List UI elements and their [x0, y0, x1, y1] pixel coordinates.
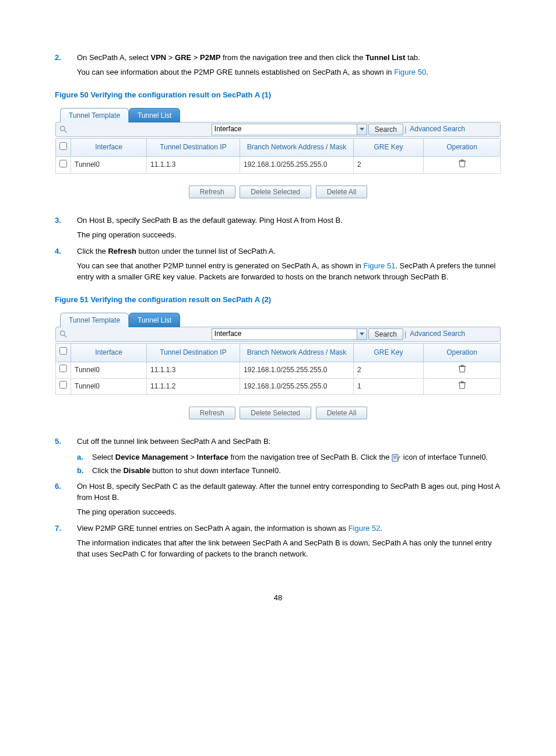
row-checkbox[interactable]: [59, 365, 67, 372]
figure-51: Tunnel Template Tunnel List Interface Se…: [55, 312, 501, 428]
tunnel-table: Interface Tunnel Destination IP Branch N…: [55, 343, 501, 395]
delete-all-button[interactable]: Delete All: [316, 186, 368, 198]
edit-icon: [392, 454, 401, 462]
figure-link[interactable]: Figure 50: [394, 68, 426, 76]
table-row: Tunnel0 11.1.1.3 192.168.1.0/255.255.255…: [56, 157, 501, 173]
text-bold: P2MP: [200, 53, 220, 62]
text: On SecPath A, select: [77, 53, 150, 62]
text: .: [381, 524, 383, 533]
dropdown-button[interactable]: [357, 124, 367, 135]
text-bold: Disable: [123, 466, 150, 475]
delete-selected-button[interactable]: Delete Selected: [240, 186, 311, 198]
cell-gre-key: 2: [354, 157, 424, 173]
search-bar: Interface Search | Advanced Search: [55, 327, 501, 342]
step-body: Cut off the tunnel link between SecPath …: [77, 436, 501, 479]
text-bold: VPN: [150, 53, 166, 62]
header-interface: Interface: [71, 344, 147, 362]
step-body: On SecPath A, select VPN > GRE > P2MP fr…: [77, 52, 501, 82]
dropdown-button[interactable]: [357, 328, 367, 340]
advanced-search-link[interactable]: Advanced Search: [410, 124, 465, 134]
step-body: On Host B, specify SecPath B as the defa…: [77, 215, 501, 244]
tab-tunnel-list[interactable]: Tunnel List: [129, 313, 180, 327]
tab-tunnel-list[interactable]: Tunnel List: [129, 108, 180, 123]
search-button[interactable]: Search: [368, 328, 403, 340]
refresh-button[interactable]: Refresh: [189, 407, 235, 419]
search-button[interactable]: Search: [368, 124, 403, 135]
text: Select: [92, 453, 115, 461]
text: >: [166, 53, 175, 62]
svg-point-2: [60, 331, 65, 335]
text: from the navigation tree and then click …: [220, 53, 365, 62]
chevron-down-icon: [360, 128, 364, 131]
button-row: Refresh Delete Selected Delete All: [55, 186, 501, 198]
row-checkbox[interactable]: [59, 381, 67, 388]
text: Click the: [92, 466, 123, 475]
cell-dest-ip: 11.1.1.3: [147, 157, 240, 173]
figure-caption: Figure 50 Verifying the configuration re…: [55, 90, 501, 101]
header-gre-key: GRE Key: [354, 138, 424, 156]
substep-body: Select Device Management > Interface fro…: [92, 452, 488, 463]
text: The ping operation succeeds.: [77, 230, 501, 241]
substep-b: b. Click the Disable button to shut down…: [77, 466, 501, 477]
header-branch: Branch Network Address / Mask: [240, 138, 354, 156]
header-gre-key: GRE Key: [354, 344, 424, 362]
delete-all-button[interactable]: Delete All: [316, 407, 368, 419]
header-checkbox: [56, 138, 71, 156]
step-number: 7.: [55, 523, 77, 564]
step-3: 3. On Host B, specify SecPath B as the d…: [55, 215, 501, 244]
tab-tunnel-template[interactable]: Tunnel Template: [60, 108, 129, 123]
search-field[interactable]: Interface: [212, 124, 357, 135]
cell-dest-ip: 11.1.1.2: [147, 378, 240, 394]
trash-icon[interactable]: [458, 365, 466, 373]
step-7: 7. View P2MP GRE tunnel entries on SecPa…: [55, 523, 501, 564]
cell-branch: 192.168.1.0/255.255.255.0: [240, 157, 354, 173]
step-body: On Host B, specify SecPath C as the defa…: [77, 481, 501, 522]
step-number: 4.: [55, 246, 77, 286]
svg-rect-4: [392, 454, 398, 461]
text: The ping operation succeeds.: [77, 507, 501, 518]
search-field[interactable]: Interface: [212, 328, 357, 340]
text: button to shut down interface Tunnel0.: [150, 466, 281, 475]
substep-letter: b.: [77, 466, 92, 477]
cell-gre-key: 2: [354, 362, 424, 378]
step-4: 4. Click the Refresh button under the tu…: [55, 246, 501, 286]
step-2: 2. On SecPath A, select VPN > GRE > P2MP…: [55, 52, 501, 82]
figure-link[interactable]: Figure 51: [363, 261, 395, 270]
select-all-checkbox[interactable]: [59, 347, 67, 355]
tunnel-table: Interface Tunnel Destination IP Branch N…: [55, 138, 501, 174]
advanced-search-link[interactable]: Advanced Search: [410, 329, 465, 339]
cell-interface: Tunnel0: [71, 157, 147, 173]
cell-branch: 192.168.1.0/255.255.255.0: [240, 378, 354, 394]
header-dest-ip: Tunnel Destination IP: [147, 344, 240, 362]
row-checkbox[interactable]: [59, 160, 67, 167]
text: icon of interface Tunnel0.: [401, 453, 488, 461]
substep-letter: a.: [77, 452, 92, 463]
trash-icon[interactable]: [458, 159, 466, 167]
svg-line-3: [64, 335, 66, 337]
button-row: Refresh Delete Selected Delete All: [55, 407, 501, 419]
figure-link[interactable]: Figure 52: [349, 524, 381, 533]
tab-tunnel-template[interactable]: Tunnel Template: [60, 313, 129, 327]
refresh-button[interactable]: Refresh: [189, 186, 235, 198]
substep-a: a. Select Device Management > Interface …: [77, 452, 501, 463]
text: Click the: [77, 247, 108, 256]
text: from the navigation tree of SecPath B. C…: [228, 453, 392, 461]
header-checkbox: [56, 344, 71, 362]
step-number: 2.: [55, 52, 77, 82]
header-interface: Interface: [71, 138, 147, 156]
search-icon: [59, 125, 68, 134]
text-bold: Device Management: [115, 453, 188, 461]
text: Cut off the tunnel link between SecPath …: [77, 436, 501, 447]
cell-branch: 192.168.1.0/255.255.255.0: [240, 362, 354, 378]
text: You can see information about the P2MP G…: [77, 68, 394, 76]
trash-icon[interactable]: [458, 381, 466, 389]
tab-row: Tunnel Template Tunnel List: [55, 107, 501, 122]
text-bold: Tunnel List: [365, 53, 405, 62]
text-bold: GRE: [175, 53, 191, 62]
select-all-checkbox[interactable]: [59, 142, 67, 150]
text: On Host B, specify SecPath B as the defa…: [77, 215, 501, 226]
text: View P2MP GRE tunnel entries on SecPath …: [77, 524, 349, 533]
page-number: 48: [55, 593, 501, 604]
delete-selected-button[interactable]: Delete Selected: [240, 407, 311, 419]
step-5: 5. Cut off the tunnel link between SecPa…: [55, 436, 501, 479]
